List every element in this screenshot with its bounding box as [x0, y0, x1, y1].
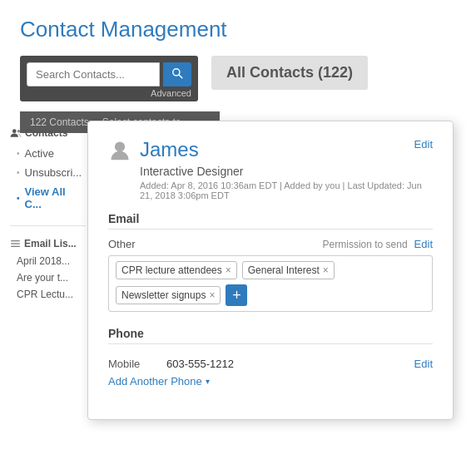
tag-0-label: CPR lecture attendees — [121, 264, 222, 276]
advanced-link[interactable]: Advanced — [151, 88, 191, 98]
search-input[interactable] — [27, 62, 160, 86]
search-area: Advanced All Contacts (122) — [20, 56, 456, 101]
contact-meta: Added: Apr 8, 2016 10:36am EDT | Added b… — [140, 180, 433, 200]
sidebar-email-item-1[interactable]: Are your t... — [0, 269, 96, 286]
phone-edit-link[interactable]: Edit — [414, 358, 433, 370]
tag-2-label: Newsletter signups — [121, 289, 206, 301]
phone-section-label: Phone — [108, 327, 433, 344]
add-tag-button[interactable]: + — [226, 284, 247, 306]
svg-line-1 — [179, 75, 182, 78]
phone-number: 603-555-1212 — [166, 358, 414, 370]
phone-row: Mobile 603-555-1212 Edit — [108, 353, 433, 375]
tag-2: Newsletter signups × — [116, 286, 221, 304]
svg-point-2 — [12, 129, 17, 133]
email-edit-link[interactable]: Edit — [414, 238, 433, 250]
tags-box: CPR lecture attendees × General Interest… — [108, 255, 433, 312]
page-title: Contact Management — [20, 17, 456, 42]
sidebar-email-header: Email Lis... — [0, 231, 96, 253]
search-button[interactable] — [163, 62, 191, 86]
email-section-label: Email — [108, 212, 433, 230]
contact-title: Interactive Designer — [140, 165, 433, 178]
tag-1: General Interest × — [242, 261, 335, 279]
sidebar-email-item-0[interactable]: April 2018... — [0, 253, 96, 269]
card-name-row: James — [108, 138, 199, 161]
sidebar-item-active[interactable]: Active — [10, 144, 86, 163]
email-type: Other — [108, 238, 136, 250]
sidebar-contacts-section: Contacts Active Unsubscri... View All C.… — [0, 121, 96, 220]
sidebar: Contacts Active Unsubscri... View All C.… — [0, 121, 96, 303]
all-contacts-badge: All Contacts (122) — [211, 56, 368, 90]
svg-point-3 — [17, 130, 21, 133]
add-phone-link[interactable]: Add Another Phone ▾ — [108, 375, 433, 388]
card-header: James Edit — [108, 138, 433, 161]
contact-edit-link[interactable]: Edit — [414, 138, 433, 151]
phone-section: Phone Mobile 603-555-1212 Edit Add Anoth… — [108, 327, 433, 388]
svg-rect-4 — [11, 240, 20, 241]
tag-0-remove[interactable]: × — [226, 264, 231, 276]
tag-1-remove[interactable]: × — [323, 264, 329, 276]
search-icon — [171, 67, 183, 79]
svg-rect-5 — [11, 243, 20, 244]
sidebar-divider — [10, 225, 86, 226]
add-phone-label: Add Another Phone — [108, 375, 202, 388]
search-row — [27, 62, 191, 86]
list-icon — [10, 239, 21, 249]
svg-point-7 — [115, 141, 125, 151]
permission-text: Permission to send — [323, 239, 408, 250]
phone-type: Mobile — [108, 358, 166, 370]
sidebar-contacts-header: Contacts — [10, 127, 86, 139]
tag-0: CPR lecture attendees × — [116, 261, 237, 279]
chevron-down-icon: ▾ — [206, 377, 210, 386]
tag-1-label: General Interest — [248, 264, 320, 276]
search-box-wrap: Advanced — [20, 56, 198, 101]
contact-card: James Edit Interactive Designer Added: A… — [87, 121, 454, 420]
sidebar-email-item-2[interactable]: CPR Lectu... — [0, 286, 96, 303]
svg-rect-6 — [11, 245, 20, 246]
contact-name: James — [140, 138, 199, 161]
tag-2-remove[interactable]: × — [209, 289, 215, 301]
sidebar-item-unsubscribed[interactable]: Unsubscri... — [10, 163, 86, 182]
email-section: Email Other Permission to send Edit CPR … — [108, 212, 433, 312]
permission-edit-row: Permission to send Edit — [323, 238, 433, 250]
avatar-icon — [108, 138, 131, 161]
contacts-icon — [10, 127, 22, 139]
email-row-header: Other Permission to send Edit — [108, 238, 433, 250]
sidebar-item-view-all[interactable]: View All C... — [10, 182, 86, 214]
